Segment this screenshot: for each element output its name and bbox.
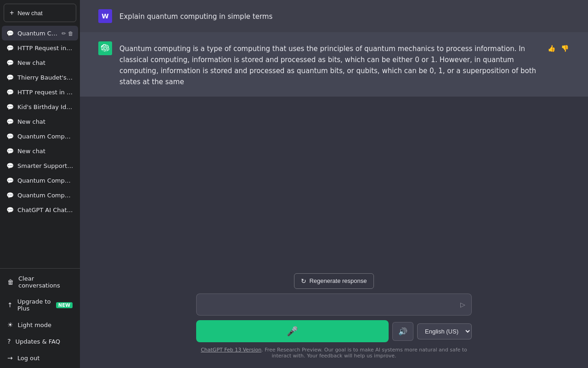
chat-item-label: Kid's Birthday Ideas. <box>17 104 74 110</box>
chat-item-label: HTTP Request in Js. <box>17 45 74 52</box>
regenerate-button[interactable]: Regenerate response <box>294 273 373 289</box>
user-message: W Explain quantum computing in simple te… <box>80 0 588 32</box>
chat-item[interactable]: Thierry Baudet's Profile. <box>2 70 78 85</box>
sidebar-action-updates-label: Updates & FAQ <box>15 338 60 345</box>
chat-input[interactable] <box>196 293 472 316</box>
chat-item[interactable]: New chat <box>2 144 78 158</box>
chat-icon <box>6 147 14 155</box>
chat-icon <box>6 162 14 169</box>
trash-icon: 🗑 <box>7 278 14 286</box>
chat-item[interactable]: Smarter Support Goal <box>2 158 78 173</box>
sidebar-action-logout[interactable]: →Log out <box>2 350 78 366</box>
chat-icon <box>6 206 14 213</box>
ai-message: Quantum computing is a type of computing… <box>80 32 588 97</box>
edit-chat-button[interactable] <box>62 30 66 37</box>
chat-item-label: Quantum Computing Explaine <box>17 133 74 140</box>
ai-avatar <box>98 41 112 55</box>
volume-icon <box>398 327 407 336</box>
thumbs-up-button[interactable] <box>547 43 556 53</box>
microphone-icon <box>287 326 298 337</box>
voice-row: English (US)English (UK)SpanishFrenchGer… <box>196 320 472 342</box>
chat-icon <box>6 118 14 125</box>
chat-item-label: HTTP request in Javascript. <box>17 89 74 96</box>
sidebar-action-clear[interactable]: 🗑Clear conversations <box>2 270 78 293</box>
chat-icon <box>6 74 14 81</box>
openai-logo-icon <box>101 44 109 52</box>
footer-text: ChatGPT Feb 13 Version. Free Research Pr… <box>196 347 472 359</box>
thumbs-up-icon <box>548 44 555 52</box>
regenerate-icon <box>301 277 306 285</box>
input-area: Regenerate response English (US)English … <box>80 268 588 368</box>
send-icon <box>460 300 465 309</box>
chat-item[interactable]: ChatGPT AI Chat App. <box>2 202 78 217</box>
main-panel: W Explain quantum computing in simple te… <box>80 0 588 368</box>
chat-icon <box>6 103 14 110</box>
chat-item-label: Quantum Computing Basics. <box>17 192 74 199</box>
chat-item[interactable]: Quantum Computing Basics. <box>2 188 78 202</box>
sidebar: New chat Quantum Computing SiHTTP Reques… <box>0 0 80 368</box>
chat-item-actions <box>62 30 74 37</box>
thumbs-down-icon <box>561 44 569 52</box>
chat-item[interactable]: New chat <box>2 114 78 129</box>
volume-button[interactable] <box>392 322 413 341</box>
chat-item[interactable]: Kid's Birthday Ideas. <box>2 99 78 114</box>
voice-button[interactable] <box>196 320 389 342</box>
chat-item-label: Quantum Computing Si <box>17 30 58 37</box>
chat-icon <box>6 44 14 52</box>
chat-icon <box>6 191 14 199</box>
sidebar-action-upgrade[interactable]: ↑Upgrade to PlusNEW <box>2 293 78 316</box>
sidebar-action-upgrade-label: Upgrade to Plus <box>17 298 51 312</box>
chat-icon <box>6 177 14 184</box>
sidebar-action-clear-label: Clear conversations <box>18 275 73 289</box>
chat-item-label: Quantum Computing Explaine <box>17 177 74 184</box>
ai-message-text: Quantum computing is a type of computing… <box>119 41 539 87</box>
sidebar-action-updates[interactable]: ?Updates & FAQ <box>2 333 78 350</box>
sun-icon: ☀ <box>7 321 13 328</box>
chat-item-label: New chat <box>17 118 74 125</box>
chat-area: W Explain quantum computing in simple te… <box>80 0 588 268</box>
message-actions <box>547 41 570 53</box>
chat-item[interactable]: Quantum Computing Explaine <box>2 173 78 188</box>
chat-item[interactable]: Quantum Computing Explaine <box>2 129 78 144</box>
user-message-text: Explain quantum computing in simple term… <box>119 9 272 22</box>
footer-link[interactable]: ChatGPT Feb 13 Version <box>201 347 261 353</box>
thumbs-down-button[interactable] <box>560 43 570 53</box>
chat-item-label: Smarter Support Goal <box>17 162 74 169</box>
chat-icon <box>6 29 14 37</box>
send-button[interactable] <box>458 299 467 310</box>
sidebar-action-light[interactable]: ☀Light mode <box>2 316 78 333</box>
help-icon: ? <box>7 338 11 345</box>
chat-icon <box>6 132 14 140</box>
chat-icon <box>6 88 14 96</box>
sidebar-action-logout-label: Log out <box>17 355 40 362</box>
language-select[interactable]: English (US)English (UK)SpanishFrenchGer… <box>417 323 472 339</box>
regenerate-label: Regenerate response <box>309 277 367 284</box>
user-avatar: W <box>98 9 112 23</box>
chat-item-label: New chat <box>17 148 74 155</box>
chat-item[interactable]: New chat <box>2 55 78 70</box>
upgrade-badge: NEW <box>56 302 73 308</box>
sidebar-bottom: 🗑Clear conversations↑Upgrade to PlusNEW☀… <box>0 268 80 368</box>
new-chat-button[interactable]: New chat <box>4 4 76 22</box>
chat-item[interactable]: HTTP Request in Js. <box>2 40 78 55</box>
chat-item-label: Thierry Baudet's Profile. <box>17 74 74 81</box>
chat-list: Quantum Computing SiHTTP Request in Js.N… <box>0 26 80 268</box>
plus-icon <box>10 9 14 17</box>
chat-item[interactable]: HTTP request in Javascript. <box>2 85 78 99</box>
chat-icon <box>6 59 14 66</box>
chat-item-label: ChatGPT AI Chat App. <box>17 207 74 213</box>
logout-icon: → <box>7 354 13 362</box>
new-chat-label: New chat <box>17 10 42 17</box>
chat-item[interactable]: Quantum Computing Si <box>2 26 78 40</box>
text-input-row <box>196 293 472 316</box>
chat-item-label: New chat <box>17 59 74 66</box>
upgrade-icon: ↑ <box>7 301 13 309</box>
delete-chat-button[interactable] <box>68 30 74 37</box>
sidebar-action-light-label: Light mode <box>18 322 51 328</box>
